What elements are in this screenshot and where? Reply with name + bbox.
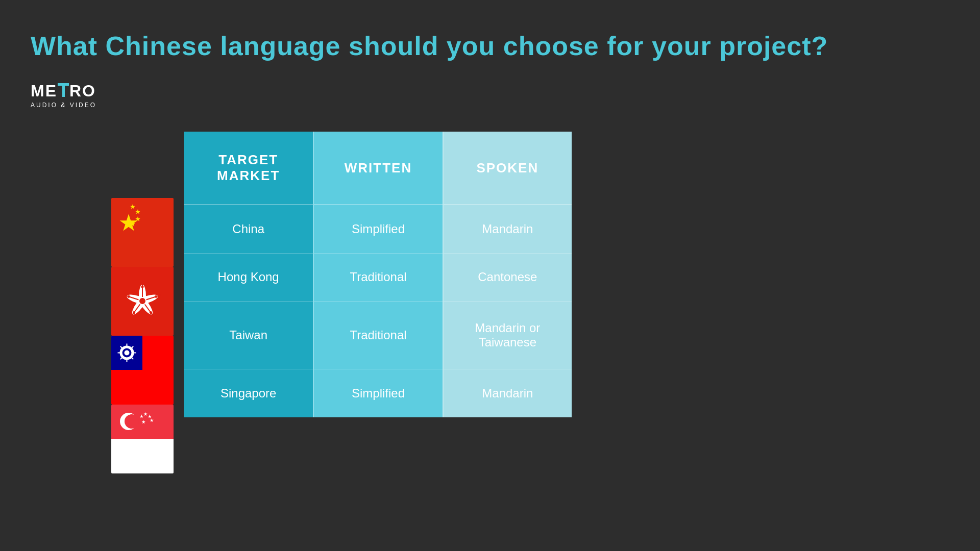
table-row: Taiwan Traditional Mandarin or Taiwanese <box>184 301 572 369</box>
flag-china <box>111 198 174 267</box>
svg-point-35 <box>125 350 130 356</box>
written-hk: Traditional <box>313 253 442 302</box>
written-china: Simplified <box>313 205 442 253</box>
flag-singapore <box>111 405 174 473</box>
page-title: What Chinese language should you choose … <box>31 31 828 61</box>
market-singapore: Singapore <box>184 369 313 417</box>
svg-point-17 <box>139 298 145 304</box>
flags-container <box>111 198 174 473</box>
data-table: TARGET MARKET WRITTEN SPOKEN China Simpl… <box>184 132 572 417</box>
logo-m: ME <box>31 82 57 101</box>
flag-taiwan <box>111 336 174 405</box>
header-written: WRITTEN <box>313 132 442 205</box>
spoken-china: Mandarin <box>443 205 572 253</box>
market-hk: Hong Kong <box>184 253 313 302</box>
market-china: China <box>184 205 313 253</box>
svg-point-39 <box>125 414 139 429</box>
logo-t-icon <box>58 83 69 99</box>
header-spoken: SPOKEN <box>443 132 572 205</box>
market-taiwan: Taiwan <box>184 301 313 369</box>
logo: ME RO AUDIO & VIDEO <box>31 82 96 109</box>
spoken-hk: Cantonese <box>443 253 572 302</box>
logo-ro: RO <box>69 82 96 101</box>
table-row: Hong Kong Traditional Cantonese <box>184 253 572 302</box>
logo-subtitle: AUDIO & VIDEO <box>31 102 96 109</box>
table-wrapper: TARGET MARKET WRITTEN SPOKEN China Simpl… <box>184 132 572 417</box>
table-row: China Simplified Mandarin <box>184 205 572 253</box>
svg-rect-0 <box>111 198 174 267</box>
written-taiwan: Traditional <box>313 301 442 369</box>
written-singapore: Simplified <box>313 369 442 417</box>
svg-rect-37 <box>111 439 174 473</box>
spoken-taiwan: Mandarin or Taiwanese <box>443 301 572 369</box>
flag-hong-kong <box>111 267 174 336</box>
header-target-market: TARGET MARKET <box>184 132 313 205</box>
svg-point-18 <box>141 286 144 288</box>
spoken-singapore: Mandarin <box>443 369 572 417</box>
table-row: Singapore Simplified Mandarin <box>184 369 572 417</box>
